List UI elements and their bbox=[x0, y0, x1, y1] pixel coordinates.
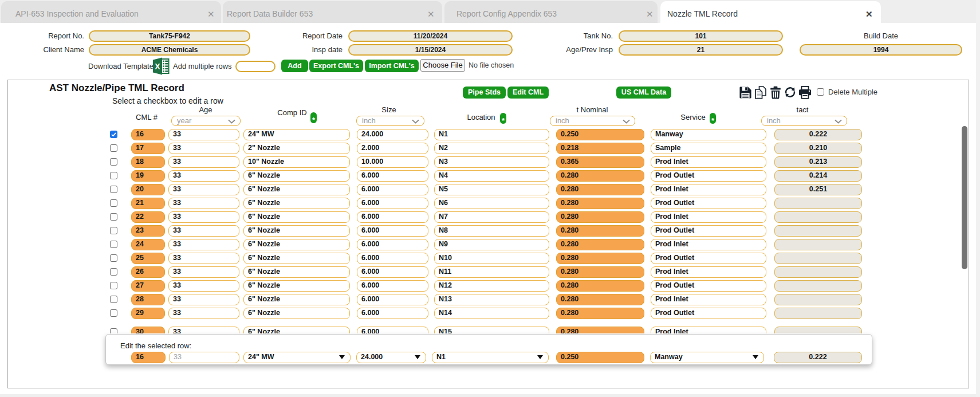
svg-text:X: X bbox=[155, 62, 160, 71]
